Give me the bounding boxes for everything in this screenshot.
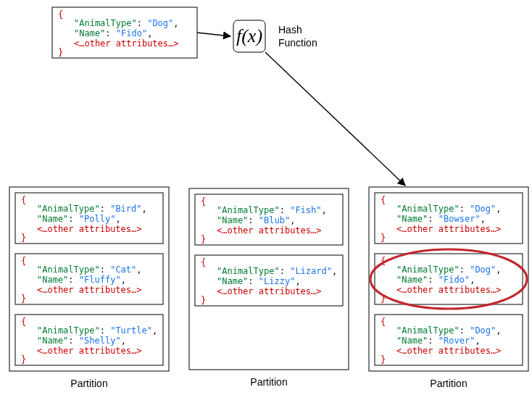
svg-text:{: { [21, 317, 26, 327]
svg-text:{: { [381, 195, 386, 205]
svg-text:"AnimalType": "Dog",: "AnimalType": "Dog", [396, 265, 502, 275]
svg-text:{: { [21, 256, 26, 266]
svg-text:"Name": "Fido",: "Name": "Fido", [396, 275, 475, 285]
hash-fx-label: f(x) [236, 25, 262, 46]
svg-text:<…other attributes…>: <…other attributes…> [37, 346, 142, 356]
partition-label: Partition [250, 376, 287, 388]
svg-text:<…other attributes…>: <…other attributes…> [217, 225, 322, 236]
svg-text:"AnimalType": "Fish",: "AnimalType": "Fish", [217, 205, 327, 215]
partition-label: Partition [70, 378, 107, 389]
svg-text:"AnimalType": "Dog",: "AnimalType": "Dog", [396, 325, 502, 336]
svg-text:<…other attributes…>: <…other attributes…> [396, 224, 502, 234]
svg-text:<…other attributes…>: <…other attributes…> [396, 285, 502, 295]
svg-text:"Name": "Fluffy",: "Name": "Fluffy", [37, 275, 126, 285]
svg-text:<…other attributes…>: <…other attributes…> [396, 346, 502, 356]
svg-text:"Name": "Polly",: "Name": "Polly", [37, 214, 121, 224]
arrow-hash-to-partition [265, 52, 405, 186]
svg-text:}: } [381, 354, 386, 365]
svg-text:"AnimalType": "Turtle",: "AnimalType": "Turtle", [37, 325, 157, 336]
svg-text:}: } [21, 354, 26, 365]
svg-text:}: } [58, 47, 63, 57]
svg-text:"Name": "Blub",: "Name": "Blub", [217, 215, 295, 225]
svg-text:{: { [58, 9, 63, 20]
svg-text:{: { [201, 257, 206, 267]
svg-text:"AnimalType": "Bird",: "AnimalType": "Bird", [37, 204, 147, 214]
svg-text:"Name": "Bowser",: "Name": "Bowser", [396, 214, 486, 224]
arrow-input-to-hash [197, 33, 230, 36]
svg-text:}: } [21, 294, 26, 304]
svg-text:}: } [201, 234, 206, 244]
svg-text:"AnimalType": "Lizard",: "AnimalType": "Lizard", [217, 266, 337, 276]
hash-partition-diagram: {"AnimalType": "Dog","Name": "Fido",<…ot… [0, 0, 532, 395]
svg-text:}: } [201, 295, 206, 305]
svg-text:"Name": "Fido",: "Name": "Fido", [74, 28, 152, 38]
svg-text:{: { [381, 317, 386, 327]
svg-text:"Name": "Lizzy",: "Name": "Lizzy", [217, 276, 301, 286]
svg-text:}: } [381, 233, 386, 243]
svg-text:<…other attributes…>: <…other attributes…> [37, 285, 142, 295]
partition-label: Partition [430, 378, 467, 389]
svg-text:<…other attributes…>: <…other attributes…> [74, 38, 179, 49]
svg-text:{: { [201, 196, 206, 207]
svg-text:<…other attributes…>: <…other attributes…> [37, 224, 142, 234]
svg-text:"AnimalType": "Dog",: "AnimalType": "Dog", [396, 204, 502, 214]
svg-text:{: { [21, 195, 26, 205]
svg-text:"Name": "Shelly",: "Name": "Shelly", [37, 336, 126, 346]
hash-caption: Hash [278, 24, 302, 36]
svg-text:"AnimalType": "Dog",: "AnimalType": "Dog", [74, 18, 179, 28]
svg-text:"AnimalType": "Cat",: "AnimalType": "Cat", [37, 265, 142, 275]
svg-text:Function: Function [278, 37, 317, 49]
svg-text:"Name": "Rover",: "Name": "Rover", [396, 336, 481, 346]
svg-text:<…other attributes…>: <…other attributes…> [217, 286, 322, 296]
svg-text:}: } [21, 233, 26, 243]
